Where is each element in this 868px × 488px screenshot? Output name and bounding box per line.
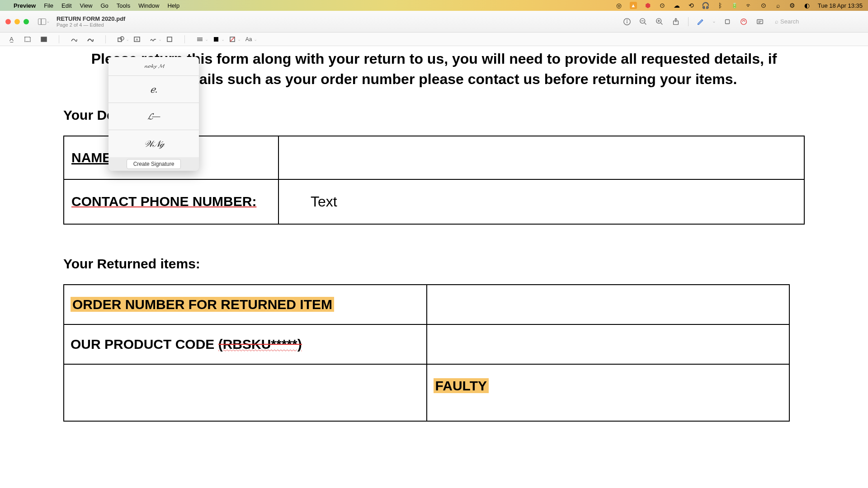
line-style-icon[interactable] <box>196 35 204 43</box>
spotlight-icon[interactable]: ⊙ <box>760 2 767 9</box>
signature-option-3[interactable]: 𝓛— <box>108 103 199 130</box>
time-machine-icon[interactable]: ⟲ <box>688 2 695 9</box>
text-box-icon[interactable]: A <box>133 35 141 43</box>
headphones-icon[interactable]: 🎧 <box>702 2 709 9</box>
signature-create-row: Create Signature <box>108 157 199 171</box>
zoom-in-icon[interactable] <box>656 18 664 26</box>
macos-menubar: Preview File Edit View Go Tools Window H… <box>0 0 868 11</box>
product-code-value-cell[interactable] <box>427 324 790 364</box>
draw-icon[interactable] <box>86 35 94 43</box>
fullscreen-button[interactable] <box>24 19 29 24</box>
sidebar-icon <box>38 19 46 25</box>
share-icon[interactable] <box>672 18 680 26</box>
text-select-icon[interactable]: A̲ <box>7 35 15 43</box>
svg-text:A: A <box>136 38 138 42</box>
text-style-icon[interactable]: Aa <box>245 35 253 43</box>
markup-toolbar: A̲ A Aa <box>0 33 868 46</box>
rect-select-icon[interactable] <box>24 35 32 43</box>
reason-label-cell <box>64 364 427 421</box>
markup-icon[interactable] <box>697 18 705 26</box>
svg-line-4 <box>645 23 646 24</box>
menu-edit[interactable]: Edit <box>61 2 71 9</box>
menu-go[interactable]: Go <box>100 2 108 9</box>
svg-point-20 <box>120 37 124 40</box>
create-signature-button[interactable]: Create Signature <box>127 159 181 169</box>
faulty-label: FAULTY <box>434 378 489 393</box>
svg-rect-27 <box>214 37 218 42</box>
broadcast-icon[interactable]: ◎ <box>615 2 623 9</box>
form-icon[interactable] <box>756 18 764 26</box>
border-color-icon[interactable] <box>212 35 220 43</box>
rotate-icon[interactable] <box>723 18 731 26</box>
signature-option-4[interactable]: 𝒲𝒩ℊ <box>108 130 199 157</box>
shapes-icon[interactable] <box>117 35 125 43</box>
battery-icon[interactable]: 🔋 <box>731 2 738 9</box>
app-status-icon[interactable]: ▲ <box>630 2 637 9</box>
sidebar-toggle[interactable]: ⌵ <box>38 19 49 25</box>
preview-window: ⌵ RETURN FORM 2020.pdf Page 2 of 4 — Edi… <box>0 11 868 488</box>
siri-icon[interactable]: ◐ <box>803 2 811 9</box>
note-icon[interactable] <box>165 35 174 43</box>
signature-option-1[interactable]: 𝓷𝓸𝓴𝔂 𝓜 <box>108 57 199 76</box>
wifi-icon[interactable]: ᯤ <box>745 2 753 9</box>
menubar-clock[interactable]: Tue 18 Apr 13:35 <box>818 2 863 9</box>
close-button[interactable] <box>5 19 11 24</box>
search-box[interactable]: ⌕ Search <box>772 17 863 26</box>
markup-chevron-icon[interactable]: ⌵ <box>713 19 715 23</box>
fill-color-icon[interactable] <box>228 35 236 43</box>
signature-icon[interactable] <box>149 35 157 43</box>
control-center-icon[interactable]: ⚙ <box>789 2 796 9</box>
menu-window[interactable]: Window <box>138 2 159 9</box>
items-table: ORDER NUMBER FOR RETURNED ITEM OUR PRODU… <box>63 284 790 422</box>
phone-value-cell[interactable]: Text <box>278 179 804 224</box>
window-title-block: RETURN FORM 2020.pdf Page 2 of 4 — Edite… <box>57 15 125 28</box>
returned-items-heading: Your Returned items: <box>63 256 805 272</box>
svg-point-2 <box>627 19 627 20</box>
phone-label-cell: CONTACT PHONE NUMBER: <box>64 179 278 224</box>
svg-rect-12 <box>726 19 730 23</box>
svg-rect-14 <box>757 19 763 23</box>
reason-value-cell[interactable]: FAULTY <box>427 364 790 421</box>
document-subtitle: Page 2 of 4 — Edited <box>57 22 125 28</box>
chevron-down-icon: ⌵ <box>47 19 49 23</box>
search-glass-icon: ⌕ <box>775 18 778 25</box>
order-number-cell: ORDER NUMBER FOR RETURNED ITEM <box>64 285 427 324</box>
highlight-icon[interactable] <box>740 18 748 26</box>
document-title: RETURN FORM 2020.pdf <box>57 15 125 22</box>
product-code-cell: OUR PRODUCT CODE (RBSKU*****) <box>64 324 427 364</box>
window-titlebar: ⌵ RETURN FORM 2020.pdf Page 2 of 4 — Edi… <box>0 11 868 33</box>
order-number-label: ORDER NUMBER FOR RETURNED ITEM <box>71 297 334 312</box>
redact-icon[interactable] <box>40 35 48 43</box>
menu-view[interactable]: View <box>80 2 93 9</box>
table-row: CONTACT PHONE NUMBER: Text <box>64 179 804 224</box>
minimize-button[interactable] <box>14 19 20 24</box>
menubar-right: ◎ ▲ ⬢ ⊙ ☁ ⟲ 🎧 ᛒ 🔋 ᯤ ⊙ ⌕ ⚙ ◐ Tue 18 Apr 1… <box>615 2 863 9</box>
svg-rect-23 <box>167 37 172 42</box>
header-line-2: of any details such as your order number… <box>131 69 737 89</box>
app-menu[interactable]: Preview <box>14 2 36 9</box>
badge-icon[interactable]: ⬢ <box>644 2 651 9</box>
menubar-left: Preview File Edit View Go Tools Window H… <box>5 2 179 9</box>
signature-popover: 𝓷𝓸𝓴𝔂 𝓜 ℯ. 𝓛— 𝒲𝒩ℊ Create Signature <box>108 57 199 171</box>
menu-file[interactable]: File <box>44 2 53 9</box>
table-row: ORDER NUMBER FOR RETURNED ITEM <box>64 285 789 324</box>
record-icon[interactable]: ⊙ <box>659 2 666 9</box>
svg-line-7 <box>661 23 663 24</box>
product-code-suffix: (RBSKU*****) <box>218 337 302 352</box>
menu-tools[interactable]: Tools <box>117 2 130 9</box>
phone-label: CONTACT PHONE NUMBER: <box>71 194 256 209</box>
product-code-prefix: OUR PRODUCT CODE <box>71 337 218 352</box>
zoom-out-icon[interactable] <box>639 18 647 26</box>
svg-rect-17 <box>25 37 30 42</box>
search-icon[interactable]: ⌕ <box>774 2 782 9</box>
info-icon[interactable] <box>623 18 631 26</box>
signature-option-2[interactable]: ℯ. <box>108 76 199 103</box>
menu-help[interactable]: Help <box>167 2 179 9</box>
order-number-value-cell[interactable] <box>427 285 790 324</box>
cloud-icon[interactable]: ☁ <box>673 2 680 9</box>
traffic-lights <box>5 19 29 24</box>
bluetooth-icon[interactable]: ᛒ <box>717 2 724 9</box>
sketch-icon[interactable] <box>70 35 78 43</box>
svg-rect-18 <box>41 37 47 42</box>
name-value-cell[interactable] <box>278 136 804 179</box>
